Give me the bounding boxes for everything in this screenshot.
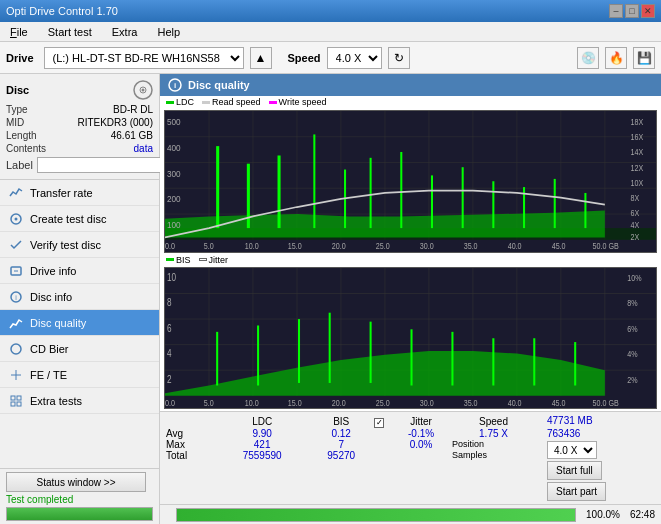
drive-info-icon — [8, 263, 24, 279]
samples-val: 763436 — [547, 428, 580, 439]
menu-bar: File Start test Extra Help — [0, 22, 661, 42]
fe-te-icon — [8, 367, 24, 383]
verify-test-disc-icon — [8, 237, 24, 253]
refresh-button[interactable]: ↻ — [388, 47, 410, 69]
svg-text:20.0: 20.0 — [332, 242, 346, 252]
disc-label-label: Label — [6, 159, 33, 171]
nav-create-test-disc-label: Create test disc — [30, 213, 106, 225]
svg-rect-92 — [329, 312, 331, 382]
svg-text:10%: 10% — [627, 273, 641, 283]
menu-extra[interactable]: Extra — [106, 24, 144, 40]
start-part-button[interactable]: Start part — [547, 482, 606, 501]
close-button[interactable]: ✕ — [641, 4, 655, 18]
svg-text:200: 200 — [167, 194, 181, 205]
extra-tests-icon — [8, 393, 24, 409]
nav-disc-info-label: Disc info — [30, 291, 72, 303]
svg-rect-14 — [11, 402, 15, 406]
svg-text:8: 8 — [167, 297, 172, 308]
dq-charts: LDC Read speed Write speed — [160, 96, 661, 411]
stats-avg-empty — [374, 428, 390, 439]
nav-extra-tests[interactable]: Extra tests — [0, 388, 159, 414]
nav-disc-quality[interactable]: Disc quality — [0, 310, 159, 336]
eject-button[interactable]: ▲ — [250, 47, 272, 69]
legend-write-speed-label: Write speed — [279, 97, 327, 107]
speed-dropdown[interactable]: 4.0 X — [327, 47, 382, 69]
nav-items: Transfer rate Create test disc Verify te… — [0, 180, 159, 468]
sidebar-status: Status window >> Test completed — [0, 468, 159, 524]
svg-text:50.0 GB: 50.0 GB — [593, 398, 619, 408]
minimize-button[interactable]: – — [609, 4, 623, 18]
nav-transfer-rate[interactable]: Transfer rate — [0, 180, 159, 206]
svg-text:6X: 6X — [630, 209, 639, 219]
disc-info-icon: i — [8, 289, 24, 305]
drive-selector: (L:) HL-DT-ST BD-RE WH16NS58 TST4 — [44, 47, 244, 69]
disc-quality-header: i Disc quality — [160, 74, 661, 96]
nav-verify-test-disc-label: Verify test disc — [30, 239, 101, 251]
top-chart-svg: 500 400 300 200 100 18X 16X 14X 12X 10X … — [165, 111, 656, 252]
svg-point-4 — [15, 217, 18, 220]
right-stats: 47731 MB 763436 4.0 X Start full Start p… — [541, 412, 661, 504]
stats-position-label: Position — [452, 439, 535, 450]
svg-text:15.0: 15.0 — [288, 398, 302, 408]
toolbar: Drive (L:) HL-DT-ST BD-RE WH16NS58 TST4 … — [0, 42, 661, 74]
nav-create-test-disc[interactable]: Create test disc — [0, 206, 159, 232]
stats-empty-header — [166, 416, 216, 428]
disc-length-row: Length 46.61 GB — [6, 130, 153, 141]
bottom-progress-container — [176, 508, 576, 522]
burn-button[interactable]: 🔥 — [605, 47, 627, 69]
legend-read-speed: Read speed — [202, 97, 261, 107]
menu-starttest[interactable]: Start test — [42, 24, 98, 40]
speed-control-dropdown[interactable]: 4.0 X — [547, 441, 597, 459]
jitter-checkbox[interactable]: ✓ — [374, 418, 384, 428]
nav-cd-bier[interactable]: CD Bier — [0, 336, 159, 362]
disc-button[interactable]: 💿 — [577, 47, 599, 69]
svg-text:5.0: 5.0 — [204, 398, 214, 408]
maximize-button[interactable]: □ — [625, 4, 639, 18]
svg-text:12X: 12X — [630, 163, 643, 173]
svg-text:45.0: 45.0 — [552, 242, 566, 252]
disc-length-label: Length — [6, 130, 37, 141]
bottom-chart-legend: BIS Jitter — [160, 254, 661, 266]
stats-bis-header: BIS — [308, 416, 374, 428]
app-title: Opti Drive Control 1.70 — [6, 5, 118, 17]
svg-text:4X: 4X — [630, 221, 639, 231]
disc-contents-label: Contents — [6, 143, 46, 154]
menu-help[interactable]: Help — [151, 24, 186, 40]
stats-row: LDC BIS ✓ Jitter Speed Avg 9.90 0.12 -0.… — [160, 411, 661, 504]
status-window-button[interactable]: Status window >> — [6, 472, 146, 492]
nav-disc-quality-label: Disc quality — [30, 317, 86, 329]
nav-disc-info[interactable]: i Disc info — [0, 284, 159, 310]
svg-text:18X: 18X — [630, 118, 643, 128]
main-area: Disc Type BD-R DL MID RITEKDR3 (000) Len… — [0, 74, 661, 524]
svg-rect-37 — [278, 155, 281, 228]
svg-rect-96 — [492, 338, 494, 385]
nav-fe-te[interactable]: FE / TE — [0, 362, 159, 388]
svg-text:6%: 6% — [627, 324, 637, 334]
svg-text:25.0: 25.0 — [376, 242, 390, 252]
svg-text:400: 400 — [167, 142, 181, 153]
stats-avg-row: Avg 9.90 0.12 -0.1% 1.75 X — [166, 428, 535, 439]
stats-total-bis: 95270 — [308, 450, 374, 461]
disc-label-input[interactable] — [37, 157, 170, 173]
menu-file[interactable]: File — [4, 24, 34, 40]
svg-point-2 — [142, 89, 145, 92]
content-area: i Disc quality LDC Read speed — [160, 74, 661, 524]
svg-rect-95 — [451, 331, 453, 385]
drive-dropdown[interactable]: (L:) HL-DT-ST BD-RE WH16NS58 TST4 — [44, 47, 244, 69]
legend-bis-label: BIS — [176, 255, 191, 265]
stats-header-row: LDC BIS ✓ Jitter Speed — [166, 416, 535, 428]
svg-text:10.0: 10.0 — [245, 398, 259, 408]
start-full-button[interactable]: Start full — [547, 461, 602, 480]
position-row: 47731 MB — [547, 415, 655, 426]
svg-rect-98 — [574, 342, 576, 385]
svg-text:30.0: 30.0 — [420, 242, 434, 252]
svg-text:8X: 8X — [630, 194, 639, 204]
svg-rect-89 — [216, 331, 218, 385]
save-button[interactable]: 💾 — [633, 47, 655, 69]
svg-text:2: 2 — [167, 374, 172, 385]
stats-avg-jitter: -0.1% — [390, 428, 452, 439]
nav-verify-test-disc[interactable]: Verify test disc — [0, 232, 159, 258]
disc-type-label: Type — [6, 104, 28, 115]
nav-drive-info[interactable]: Drive info — [0, 258, 159, 284]
stats-total-empty — [374, 450, 390, 461]
